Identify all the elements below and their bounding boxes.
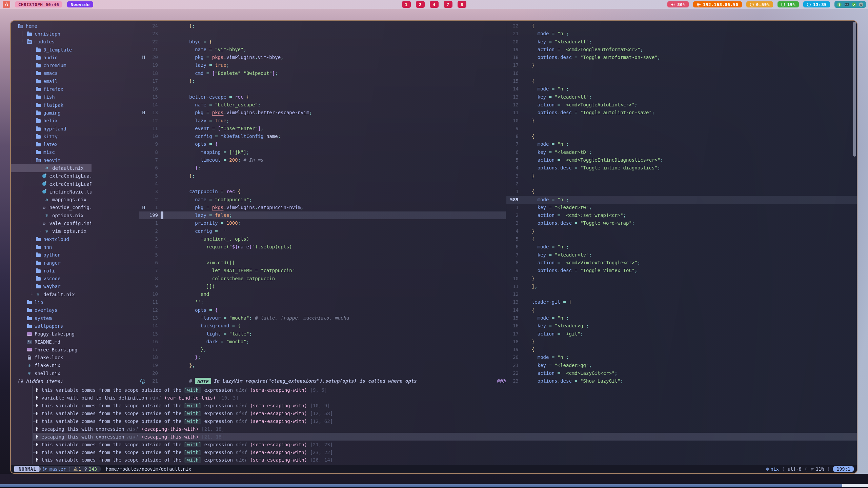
code-line[interactable]: 7 mode = "n";: [506, 140, 857, 148]
code-line[interactable]: 12 lazy = true;: [92, 117, 506, 125]
clock-pill[interactable]: 13:35: [803, 1, 830, 7]
tree-item-chromium[interactable]: │chromium: [11, 61, 92, 69]
code-line[interactable]: 14 {: [506, 306, 857, 314]
code-line[interactable]: 17 };: [92, 346, 506, 353]
globe-pill[interactable]: 192.168.86.50: [693, 1, 742, 7]
code-line[interactable]: 13 flavour = "mocha"; # latte, frappe, m…: [92, 314, 506, 322]
tree-item-flake.lock[interactable]: flake.lock: [11, 353, 92, 361]
diagnostic-row[interactable]: ─H variable will bind to this definition…: [33, 394, 857, 402]
scrollbar[interactable]: [853, 22, 856, 384]
code-line[interactable]: 10 config = mkDefaultConfig name;: [92, 133, 506, 140]
code-line[interactable]: 17 action = "+git";: [506, 330, 857, 338]
tree-item-neovide_config.ini[interactable]: │⚙neovide_config.ini: [11, 204, 92, 211]
tree-item-flatpak[interactable]: │flatpak: [11, 101, 92, 109]
code-line[interactable]: 18 };: [92, 353, 506, 361]
workspace-button-1[interactable]: 1: [402, 1, 411, 8]
editor-right-pane[interactable]: 22 {21 mode = "n";20 key = "<leader>tf";…: [506, 22, 857, 384]
key-icon[interactable]: [837, 2, 842, 7]
tree-item-fish[interactable]: │fish: [11, 93, 92, 101]
code-line[interactable]: 3 catppuccin = rec {: [92, 188, 506, 196]
code-line[interactable]: 22 bbye = {: [92, 38, 506, 46]
code-line[interactable]: 20: [92, 369, 506, 377]
code-line[interactable]: 2 config = '': [92, 227, 506, 235]
code-line[interactable]: 18 options.desc = "Toggle autoformat-on-…: [506, 54, 857, 61]
volume-pill[interactable]: 80%: [667, 1, 689, 7]
code-line[interactable]: 8 mapping = ["jk"];: [92, 148, 506, 156]
diagnostic-row[interactable]: ─H this variable comes from the scope ou…: [33, 418, 857, 425]
code-line[interactable]: 3 function(_, opts): [92, 235, 506, 243]
code-line[interactable]: 199 lazy = false;: [92, 211, 506, 219]
scrollbar-thumb[interactable]: [853, 22, 856, 157]
tree-item-ranger[interactable]: │ranger: [11, 259, 92, 267]
tree-item-vscode[interactable]: │vscode: [11, 275, 92, 283]
code-line[interactable]: 12 opts = {: [92, 306, 506, 314]
code-line[interactable]: 14 background = {: [92, 322, 506, 330]
tree-item-Foggy-Lake.png[interactable]: Foggy-Lake.png: [11, 330, 92, 338]
code-line[interactable]: 7 timeout = 200; # In ms: [92, 156, 506, 164]
code-line[interactable]: 23: [92, 30, 506, 38]
tree-item-lib[interactable]: lib: [11, 298, 92, 306]
code-line[interactable]: 16 key = "<leader>g";: [506, 322, 857, 330]
tree-item-wallpapers[interactable]: wallpapers: [11, 322, 92, 330]
diagnostic-row[interactable]: ─H escaping this with expression nixf (e…: [33, 425, 857, 433]
code-line[interactable]: 6 mode = "n";: [506, 243, 857, 251]
code-line[interactable]: 4 }: [506, 227, 857, 235]
tree-item-misc[interactable]: │misc: [11, 148, 92, 156]
code-line[interactable]: 4 require("${name}").setup(opts): [92, 243, 506, 251]
code-line[interactable]: 1 {: [506, 188, 857, 196]
code-line[interactable]: 16: [506, 69, 857, 77]
code-line[interactable]: 1 key = "<leader>tw";: [506, 204, 857, 211]
code-line[interactable]: 10 end: [92, 290, 506, 298]
tree-item-overlays[interactable]: overlays: [11, 306, 92, 314]
code-line[interactable]: 16 dark = "mocha";: [92, 338, 506, 346]
tree-item-python[interactable]: │python: [11, 251, 92, 259]
tree-item-email[interactable]: │email: [11, 77, 92, 85]
code-line[interactable]: 8 {: [506, 133, 857, 140]
code-line[interactable]: i21 # NOTE In LazyVim require("clang_ext…: [92, 377, 506, 384]
tree-item-inclineNavic.lua[interactable]: │inclineNavic.lua: [11, 188, 92, 196]
code-line[interactable]: 12 action = "<cmd>ToggleAutoLint<cr>";: [506, 101, 857, 109]
code-line[interactable]: 6 };: [92, 164, 506, 172]
keyboard-icon[interactable]: [844, 2, 849, 7]
diagnostic-row[interactable]: ─H this variable comes from the scope ou…: [33, 456, 857, 464]
code-line[interactable]: 4: [92, 180, 506, 188]
code-line[interactable]: 6 key = "<leader>tD";: [506, 148, 857, 156]
tree-item-emacs[interactable]: │emacs: [11, 69, 92, 77]
tree-item-extraConfigLuaPost.lua[interactable]: │extraConfigLuaPost.lua: [11, 180, 92, 188]
gauge-pill[interactable]: 0.59%: [746, 1, 773, 7]
tree-item-nextcloud[interactable]: │nextcloud: [11, 235, 92, 243]
tree-item-kitty[interactable]: │kitty: [11, 133, 92, 140]
code-line[interactable]: 10 }: [506, 117, 857, 125]
tree-item-waybar[interactable]: │waybar: [11, 283, 92, 290]
code-line[interactable]: 14 mode = "n";: [506, 85, 857, 93]
tree-item-christoph[interactable]: │christoph: [11, 30, 92, 38]
git-branch[interactable]: master: [49, 466, 66, 472]
code-line[interactable]: 20 mode = "n";: [506, 353, 857, 361]
code-line[interactable]: 12: [506, 290, 857, 298]
tree-item-mappings.nix[interactable]: │❄mappings.nix: [11, 196, 92, 204]
code-line[interactable]: 2 name = "catppuccin";: [92, 196, 506, 204]
code-line[interactable]: 19 {: [506, 346, 857, 353]
tree-item-vale_config.ini[interactable]: │⚙vale_config.ini: [11, 219, 92, 227]
diagnostic-row[interactable]: ─H this variable comes from the scope ou…: [33, 386, 857, 394]
diagnostic-row[interactable]: ─H this variable comes from the scope ou…: [33, 410, 857, 418]
code-line[interactable]: 22 action = "<cmd>LazyGit<cr>";: [506, 369, 857, 377]
diagnostic-row[interactable]: ─H this variable comes from the scope ou…: [33, 448, 857, 456]
code-line[interactable]: 6 vim.cmd([[: [92, 259, 506, 267]
file-path[interactable]: home/modules/neovim/default.nix: [106, 466, 191, 472]
code-line[interactable]: H13 pkg = pkgs.vimPlugins.better-escape-…: [92, 109, 506, 117]
tree-item-system[interactable]: system: [11, 314, 92, 322]
code-line[interactable]: 9: [506, 125, 857, 133]
tree-item-default.nix[interactable]: └❄default.nix: [11, 290, 92, 298]
code-line[interactable]: 3 options.desc = "Toggle word-wrap";: [506, 219, 857, 227]
code-line[interactable]: 23 options.desc = "Show LazyGit";: [506, 377, 857, 384]
code-line[interactable]: 14 name = "better_escape";: [92, 101, 506, 109]
code-line[interactable]: 8 action = "<cmd>VimtexTocToggle<cr>";: [506, 259, 857, 267]
code-line[interactable]: 5 };: [92, 172, 506, 180]
code-line[interactable]: 5 {: [506, 235, 857, 243]
code-line[interactable]: H1 pkg = pkgs.vimPlugins.catppuccin-nvim…: [92, 204, 506, 211]
code-line[interactable]: 7 key = "<leader>tv";: [506, 251, 857, 259]
code-line[interactable]: 16: [92, 85, 506, 93]
code-line[interactable]: 4 options.desc = "Toggle inline diagnost…: [506, 164, 857, 172]
tree-item-vim_opts.nix[interactable]: └❄vim_opts.nix: [11, 227, 92, 235]
